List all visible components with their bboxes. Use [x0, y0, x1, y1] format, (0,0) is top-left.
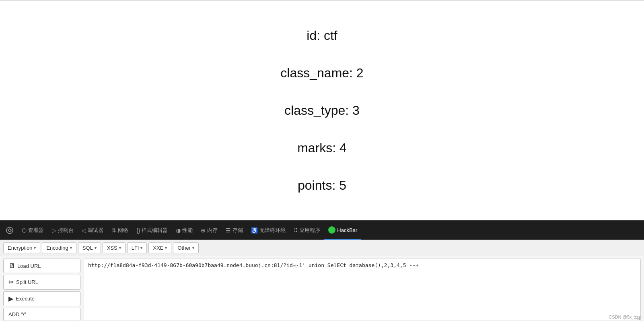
- execute-icon: ▶: [8, 295, 13, 302]
- encoding-arrow-icon: ▾: [70, 246, 72, 250]
- sql-menu[interactable]: SQL ▾: [78, 242, 101, 253]
- tab-hackbar[interactable]: HackBar: [324, 221, 361, 240]
- svg-point-0: [6, 227, 13, 234]
- xss-arrow-icon: ▾: [119, 246, 121, 250]
- xss-menu[interactable]: XSS ▾: [103, 242, 126, 253]
- performance-icon: ◑: [176, 227, 181, 234]
- xxe-arrow-icon: ▾: [165, 246, 167, 250]
- tab-debugger[interactable]: ◁ 调试器: [78, 221, 107, 240]
- content-line-4: marks: 4: [0, 129, 644, 167]
- add-slash-button[interactable]: ADD "/": [3, 308, 80, 321]
- tab-memory[interactable]: ⊕ 内存: [197, 221, 222, 240]
- tab-inspector[interactable]: ⬡ 查看器: [18, 221, 48, 240]
- content-line-3: class_type: 3: [0, 92, 644, 129]
- url-input[interactable]: [84, 259, 641, 321]
- load-url-button[interactable]: 🖥 Load URL: [3, 259, 80, 273]
- tab-accessibility[interactable]: ♿ 无障碍环境: [247, 221, 290, 240]
- hackbar-panel: Encryption ▾ Encoding ▾ SQL ▾ XSS ▾ LFI …: [0, 240, 644, 321]
- lfi-arrow-icon: ▾: [140, 246, 142, 250]
- hackbar-left-buttons: 🖥 Load URL ✂ Split URL ▶ Execute ADD "/": [3, 259, 80, 321]
- tab-app[interactable]: ⠿ 应用程序: [290, 221, 324, 240]
- hackbar-url-area: [84, 259, 641, 321]
- tab-network[interactable]: ⇅ 网络: [107, 221, 132, 240]
- network-icon: ⇅: [111, 227, 116, 234]
- app-icon: ⠿: [294, 227, 298, 234]
- watermark: CSDN @5x_zzz: [609, 315, 641, 319]
- console-icon: ▷: [52, 227, 56, 234]
- execute-button[interactable]: ▶ Execute: [3, 291, 80, 306]
- devtools-main-icon[interactable]: [3, 224, 16, 237]
- tab-style-editor[interactable]: {} 样式编辑器: [132, 221, 172, 240]
- inspector-icon: ⬡: [22, 227, 27, 234]
- storage-icon: ☰: [226, 227, 231, 234]
- other-arrow-icon: ▾: [192, 246, 194, 250]
- style-editor-icon: {}: [136, 227, 140, 234]
- memory-icon: ⊕: [201, 227, 206, 234]
- content-line-1: id: ctf: [0, 17, 644, 54]
- content-line-5: points: 5: [0, 167, 644, 204]
- accessibility-icon: ♿: [251, 227, 258, 234]
- encryption-menu[interactable]: Encryption ▾: [3, 242, 40, 253]
- devtools-bar: ⬡ 查看器 ▷ 控制台 ◁ 调试器 ⇅ 网络 {} 样式编辑器 ◑ 性能 ⊕ 内…: [0, 220, 644, 240]
- hackbar-icon: [328, 226, 335, 234]
- sql-arrow-icon: ▾: [95, 246, 97, 250]
- tab-console[interactable]: ▷ 控制台: [48, 221, 78, 240]
- xxe-menu[interactable]: XXE ▾: [148, 242, 171, 253]
- debugger-icon: ◁: [82, 227, 86, 234]
- tab-performance[interactable]: ◑ 性能: [172, 221, 197, 240]
- other-menu[interactable]: Other ▾: [173, 242, 199, 253]
- content-line-2: class_name: 2: [0, 54, 644, 92]
- encryption-arrow-icon: ▾: [34, 246, 36, 250]
- lfi-menu[interactable]: LFI ▾: [127, 242, 147, 253]
- main-content: id: ctf class_name: 2 class_type: 3 mark…: [0, 1, 644, 220]
- tab-storage[interactable]: ☰ 存储: [222, 221, 247, 240]
- split-url-icon: ✂: [8, 278, 14, 286]
- split-url-button[interactable]: ✂ Split URL: [3, 275, 80, 290]
- encoding-menu[interactable]: Encoding ▾: [42, 242, 76, 253]
- hackbar-toolbar: Encryption ▾ Encoding ▾ SQL ▾ XSS ▾ LFI …: [0, 240, 644, 256]
- hackbar-main: 🖥 Load URL ✂ Split URL ▶ Execute ADD "/": [0, 256, 644, 321]
- load-url-icon: 🖥: [8, 262, 15, 269]
